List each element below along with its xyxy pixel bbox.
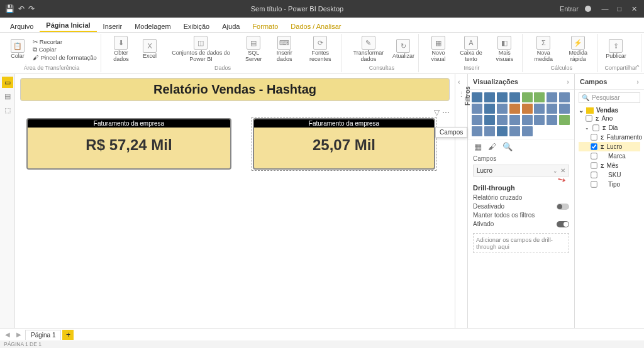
vis-area[interactable] [522,92,533,102]
vis-stacked-column[interactable] [484,92,495,102]
avatar-icon[interactable] [585,6,591,12]
field-checkbox[interactable] [591,134,597,140]
undo-icon[interactable]: ↶ [18,4,25,13]
field-checkbox[interactable] [592,124,599,131]
add-page-button[interactable]: + [62,330,74,340]
vis-funnel[interactable] [484,104,495,114]
field-checkbox[interactable] [591,171,597,178]
filter-icon[interactable]: ▽ [434,108,440,117]
vis-r[interactable] [559,115,570,125]
vis-stacked-bar[interactable] [472,92,482,102]
vis-scatter[interactable] [497,104,508,114]
page-tab-1[interactable]: Página 1 [25,330,61,340]
field-lucro[interactable]: ΣLucro [579,142,640,151]
tab-inserir[interactable]: Inserir [97,21,129,32]
keep-filters-toggle[interactable] [557,221,569,227]
field-checkbox[interactable] [591,162,597,168]
vis-decomposition[interactable] [497,126,508,136]
format-tab-icon[interactable]: 🖌 [488,142,496,151]
field-sku[interactable]: SKU [579,170,640,180]
prev-page-icon[interactable]: ◀ [3,331,13,338]
textbox-button[interactable]: ACaixa de texto [455,36,487,63]
tab-modelagem[interactable]: Modelagem [128,21,177,32]
tab-formato[interactable]: Formato [246,21,284,32]
collapse-icon[interactable]: › [636,78,639,85]
field-checkbox[interactable] [586,115,592,121]
vis-kpi[interactable] [509,115,520,125]
tab-pagina-inicial[interactable]: Página Inicial [40,19,96,32]
recent-sources-button[interactable]: ⟳Fontes recentes [303,36,338,63]
field-well-lucro[interactable]: Lucro ⌄ ✕ [473,165,569,177]
fields-tab-icon[interactable]: ▦ [474,142,482,151]
pbi-datasets-button[interactable]: ◫Conjuntos de dados do Power BI [165,36,237,63]
vis-table[interactable] [534,115,545,125]
maximize-button[interactable]: □ [614,5,625,13]
chevron-left-icon[interactable]: ‹ [458,78,460,85]
collapse-icon[interactable]: › [567,78,569,85]
paste-button[interactable]: 📋Colar [6,39,29,60]
vis-clustered-column[interactable] [509,92,520,102]
vis-line[interactable] [534,92,545,102]
vis-multi-card[interactable] [497,115,508,125]
field-tipo[interactable]: Tipo [579,180,640,189]
transform-button[interactable]: ✎Transformar dados [348,36,388,63]
more-icon[interactable]: ⋯ [442,108,450,117]
vis-qa[interactable] [509,126,520,136]
vis-pie[interactable] [509,104,520,114]
enter-data-button[interactable]: ⌨Inserir dados [270,36,299,63]
vis-matrix[interactable] [547,115,557,125]
vis-line-column[interactable] [547,92,557,102]
field-checkbox[interactable] [591,153,597,159]
refresh-button[interactable]: ↻Atualizar [392,39,414,60]
vis-clustered-bar[interactable] [497,92,508,102]
vis-treemap[interactable] [534,104,545,114]
field-mês[interactable]: ΣMês [579,161,640,170]
data-view-icon[interactable]: ▤ [2,90,13,102]
publish-button[interactable]: ⇪Publicar [604,39,627,60]
tab-exibicao[interactable]: Exibição [177,21,216,32]
minimize-button[interactable]: — [600,5,610,13]
field-marca[interactable]: Marca [579,151,640,161]
report-canvas[interactable]: Relatório Vendas - Hashtag ▽ ⋯ Faturamen… [15,74,455,328]
collapse-ribbon-icon[interactable]: ⌃ [635,64,640,71]
card-faturamento-2[interactable]: Faturamento da empresa 25,07 Mil [253,118,435,170]
vis-ribbon[interactable] [559,92,570,102]
next-page-icon[interactable]: ▶ [14,331,24,338]
field-checkbox[interactable] [591,181,597,187]
save-icon[interactable]: 💾 [5,4,14,13]
remove-field-icon[interactable]: ✕ [560,167,565,174]
vis-card[interactable] [484,115,495,125]
more-visuals-button[interactable]: ◧Mais visuais [491,36,518,63]
analytics-tab-icon[interactable]: 🔍 [502,142,513,151]
model-view-icon[interactable]: ⬚ [2,104,13,116]
vis-key-influencers[interactable] [484,126,495,136]
cut-button[interactable]: ✂ Recortar [33,38,97,45]
table-vendas[interactable]: ⌄Vendas [579,107,640,114]
sql-button[interactable]: ▤SQL Server [241,36,267,63]
quick-measure-button[interactable]: ⚡Medida rápida [562,36,594,63]
field-checkbox[interactable] [591,143,597,150]
chevron-down-icon[interactable]: ⌄ [553,168,558,174]
field-faturamento[interactable]: ΣFaturamento [579,133,640,142]
drillthrough-dropzone[interactable]: Adicionar os campos de drill-through aqu… [473,233,569,253]
vis-py[interactable] [472,126,482,136]
vis-gauge[interactable] [472,115,482,125]
fields-search[interactable]: 🔍 Pesquisar [579,92,640,103]
vis-map[interactable] [547,104,557,114]
signin-button[interactable]: Entrar [560,5,579,13]
new-visual-button[interactable]: ▦Novo visual [425,36,451,63]
vis-filled-map[interactable] [559,104,570,114]
format-painter-button[interactable]: 🖌 Pincel de formatação [33,54,97,61]
get-data-button[interactable]: ⬇Obter dados [108,36,135,63]
vis-donut[interactable] [522,104,533,114]
cross-report-toggle[interactable] [557,204,569,210]
vis-slicer[interactable] [522,115,533,125]
tab-dados-analisar[interactable]: Dados / Analisar [284,21,347,32]
field-dia[interactable]: ⌄ΣDia [579,123,640,133]
filters-pane-collapsed[interactable]: ‹ ⋮ Filtros Campos [455,74,468,328]
vis-more[interactable] [522,126,533,136]
tab-arquivo[interactable]: Arquivo [4,21,40,32]
excel-button[interactable]: XExcel [138,39,161,60]
tab-ajuda[interactable]: Ajuda [216,21,246,32]
card-faturamento-1[interactable]: Faturamento da empresa R$ 57,24 Mil [26,118,231,170]
